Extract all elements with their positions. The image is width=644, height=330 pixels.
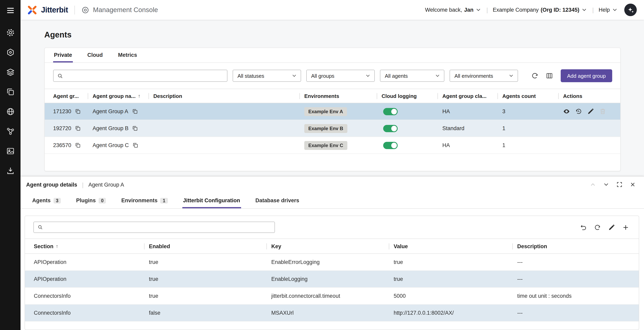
col-section[interactable]: Section↑ (25, 239, 144, 253)
jitterbit-logo: Jitterbit (26, 4, 68, 16)
gear-icon[interactable] (5, 27, 16, 38)
cell-count: 1 (498, 142, 558, 148)
tab-metrics[interactable]: Metrics (117, 48, 138, 63)
menu-icon[interactable] (5, 5, 16, 16)
agent-filter-value: All agents (385, 73, 408, 79)
table-row[interactable]: 171230 Agent Group A Example Env A HA 3 (45, 103, 620, 120)
col-label: Agent group na... (92, 93, 136, 99)
cloud-logging-toggle[interactable] (383, 142, 398, 149)
tab-database-drivers[interactable]: Database drivers (254, 193, 300, 208)
tab-agents[interactable]: Agents 3 (32, 193, 62, 208)
agents-search-input[interactable] (66, 72, 224, 79)
col-agent-group-name[interactable]: Agent group na...↑ (88, 89, 148, 103)
tab-environments[interactable]: Environments 1 (120, 193, 169, 208)
cell-class: HA (438, 108, 498, 114)
refresh-icon[interactable] (529, 70, 540, 81)
col-key[interactable]: Key (266, 239, 389, 253)
environment-filter[interactable]: All environments (450, 70, 518, 82)
cloud-logging-toggle[interactable] (383, 108, 398, 115)
agent-filter[interactable]: All agents (380, 70, 444, 82)
cell-id: 192720 (45, 125, 88, 131)
console-icon (81, 6, 89, 14)
cell-id: 171230 (45, 108, 88, 114)
view-icon[interactable] (563, 108, 570, 115)
col-agent-group-id[interactable]: Agent gr... (45, 89, 88, 103)
cell-name: Agent Group B (88, 125, 148, 131)
columns-icon[interactable] (544, 70, 555, 81)
sort-asc-icon[interactable]: ↑ (56, 243, 58, 249)
cell-environments: Example Env C (300, 141, 377, 150)
restart-icon[interactable] (575, 108, 582, 115)
tab-plugins[interactable]: Plugins 0 (75, 193, 107, 208)
table-row[interactable]: 192720 Agent Group B Example Env B Stand… (45, 120, 620, 137)
add-icon[interactable] (622, 224, 629, 231)
edit-icon[interactable] (608, 224, 615, 231)
cell-actions (558, 108, 620, 115)
chevron-down-icon (476, 7, 482, 13)
cell-description: --- (512, 310, 639, 316)
add-agent-group-button[interactable]: Add agent group (561, 69, 612, 82)
refresh-icon[interactable] (594, 224, 601, 231)
tab-jitterbit-configuration[interactable]: Jitterbit Configuration (182, 193, 241, 208)
network-icon[interactable] (5, 126, 16, 137)
chevron-down-icon[interactable] (603, 181, 610, 188)
org-id: (Org ID: 12345) (541, 7, 580, 13)
config-row[interactable]: ConnectorsInfo true jitterbit.connectorc… (25, 288, 639, 305)
agent-group-details-panel: Agent group details | Agent Group A Agen… (20, 176, 644, 330)
delete-icon[interactable] (599, 108, 606, 115)
cell-description: --- (512, 276, 639, 282)
chevron-up-icon[interactable] (590, 181, 596, 188)
tab-cloud[interactable]: Cloud (86, 48, 104, 63)
close-icon[interactable] (630, 181, 636, 188)
filter-row: All statuses All groups All agents All e… (45, 63, 620, 89)
copy-icon[interactable] (132, 142, 138, 148)
window-icon[interactable] (5, 86, 16, 98)
col-description[interactable]: Description (512, 239, 639, 253)
cloud-logging-toggle[interactable] (383, 125, 398, 132)
globe-icon[interactable] (5, 106, 16, 117)
brand-name: Jitterbit (41, 6, 68, 14)
col-cloud-logging[interactable]: Cloud logging (377, 89, 438, 103)
undo-icon[interactable] (580, 224, 587, 231)
config-row[interactable]: APIOperation true EnableLogging true --- (25, 271, 639, 288)
tab-label: Jitterbit Configuration (183, 197, 240, 203)
api-icon[interactable] (5, 47, 16, 58)
config-row[interactable]: ConnectorsInfo false MSAXUrl http://127.… (25, 305, 639, 321)
group-filter[interactable]: All groups (306, 70, 375, 82)
col-agents-count[interactable]: Agents count (498, 89, 558, 103)
copy-icon[interactable] (75, 125, 81, 131)
copy-icon[interactable] (132, 108, 138, 114)
ai-assistant-button[interactable] (624, 4, 637, 16)
chevron-down-icon (365, 73, 371, 79)
edit-icon[interactable] (587, 108, 594, 115)
col-agent-group-class[interactable]: Agent group cla... (438, 89, 498, 103)
col-enabled[interactable]: Enabled (144, 239, 266, 253)
chevron-down-icon (435, 73, 440, 79)
agents-table-header: Agent gr... Agent group na...↑ Descripti… (45, 89, 620, 103)
cell-section: ConnectorsInfo (25, 310, 144, 316)
org-menu[interactable]: Example Company (Org ID: 12345) (493, 7, 587, 13)
col-environments[interactable]: Environments (300, 89, 377, 103)
layers-icon[interactable] (5, 67, 16, 78)
copy-icon[interactable] (75, 142, 81, 148)
config-search-input[interactable] (46, 224, 271, 231)
configuration-card: Section↑ Enabled Key Value Description A… (24, 216, 639, 330)
table-row[interactable]: 236570 Agent Group C Example Env C HA 1 (45, 137, 620, 154)
help-menu[interactable]: Help (598, 7, 618, 13)
user-menu[interactable]: Welcome back, Jan (425, 7, 482, 13)
cell-enabled: true (144, 293, 266, 299)
chevron-down-icon (508, 73, 514, 79)
sidebar (0, 0, 20, 330)
col-value[interactable]: Value (389, 239, 512, 253)
status-filter[interactable]: All statuses (233, 70, 301, 82)
copy-icon[interactable] (75, 108, 81, 114)
download-icon[interactable] (5, 165, 16, 176)
expand-icon[interactable] (616, 181, 623, 188)
col-description[interactable]: Description (148, 89, 300, 103)
config-row[interactable]: APIOperation true EnableErrorLogging tru… (25, 254, 639, 271)
image-icon[interactable] (5, 145, 16, 157)
sort-asc-icon[interactable]: ↑ (138, 93, 140, 99)
tab-private[interactable]: Private (53, 48, 73, 63)
cell-name: Agent Group A (88, 108, 148, 114)
copy-icon[interactable] (132, 125, 138, 131)
